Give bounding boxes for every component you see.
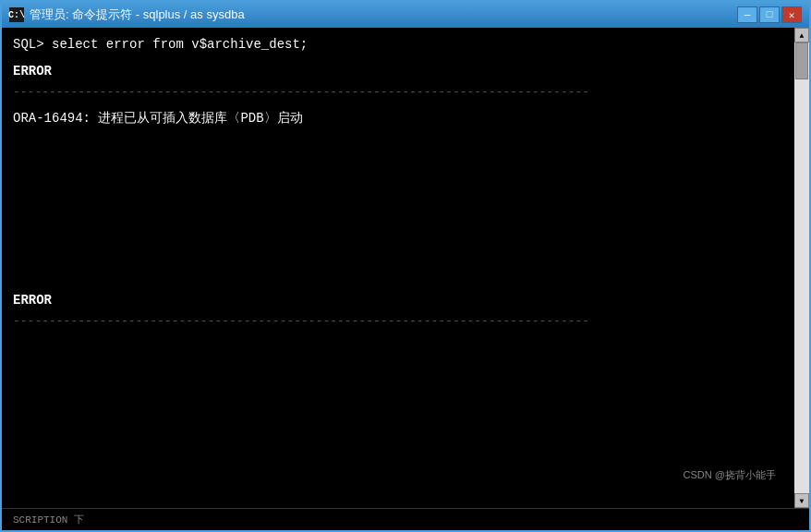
terminal[interactable]: SQL> select error from v$archive_dest; E… xyxy=(2,28,794,508)
close-button[interactable]: ✕ xyxy=(781,6,802,23)
terminal-content: SQL> select error from v$archive_dest; E… xyxy=(13,35,783,330)
minimize-button[interactable]: — xyxy=(737,6,757,23)
maximize-button[interactable]: □ xyxy=(759,6,780,23)
error-header-2: ERROR xyxy=(13,291,783,310)
title-controls: — □ ✕ xyxy=(737,6,802,23)
scroll-up-button[interactable]: ▲ xyxy=(794,28,809,42)
scroll-down-button[interactable]: ▼ xyxy=(794,493,809,508)
prompt-line: SQL> select error from v$archive_dest; xyxy=(13,35,783,54)
window-icon: C:\ xyxy=(9,7,24,22)
scroll-track[interactable] xyxy=(794,42,809,493)
sql-prompt: SQL> select error from v$archive_dest; xyxy=(13,37,308,52)
error-message: ORA-16494: 进程已从可插入数据库〈PDB〉启动 xyxy=(13,109,783,128)
divider-1: ----------------------------------------… xyxy=(13,83,783,102)
watermark: CSDN @挠背小能手 xyxy=(684,468,776,482)
title-bar: C:\ 管理员: 命令提示符 - sqlplus / as sysdba — □… xyxy=(2,2,809,28)
window-frame: C:\ 管理员: 命令提示符 - sqlplus / as sysdba — □… xyxy=(0,0,811,532)
error-header-1: ERROR xyxy=(13,62,783,81)
title-text: 管理员: 命令提示符 - sqlplus / as sysdba xyxy=(30,6,245,23)
title-bar-left: C:\ 管理员: 命令提示符 - sqlplus / as sysdba xyxy=(9,6,245,23)
main-area: SQL> select error from v$archive_dest; E… xyxy=(2,28,809,508)
bottom-bar: SCRIPTION 下 xyxy=(2,508,809,530)
scroll-thumb[interactable] xyxy=(795,42,808,79)
empty-section xyxy=(13,136,783,284)
bottom-text: SCRIPTION 下 xyxy=(13,513,84,526)
scrollbar[interactable]: ▲ ▼ xyxy=(794,28,809,508)
divider-2: ----------------------------------------… xyxy=(13,312,783,331)
